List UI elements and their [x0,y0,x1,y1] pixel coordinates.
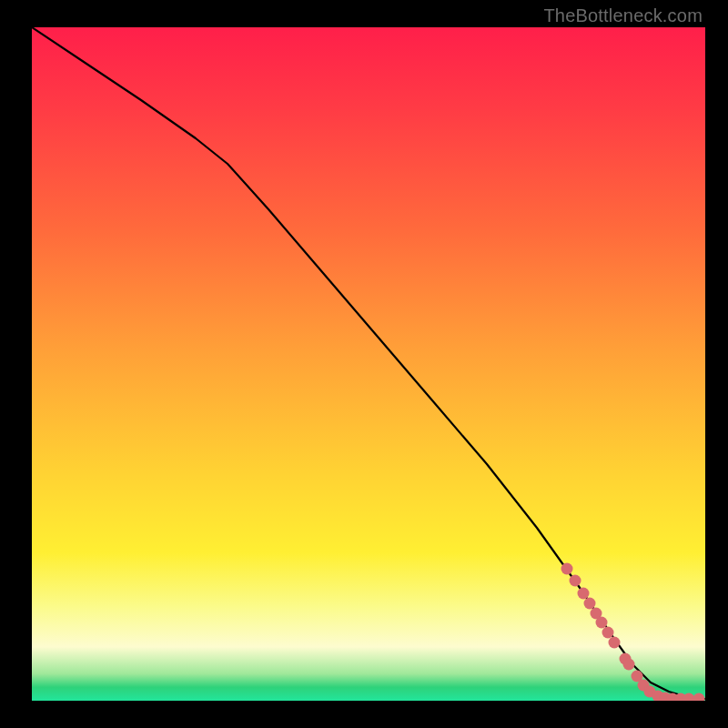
data-point [623,659,635,671]
attribution-text: TheBottleneck.com [543,5,703,26]
data-point [570,575,581,587]
data-point [578,588,590,600]
data-point [693,693,705,702]
data-point [602,627,614,639]
data-point [609,637,621,649]
data-point [584,598,596,610]
data-points-group [561,563,705,702]
chart-stage: TheBottleneck.com [0,0,728,728]
chart-svg [32,27,705,701]
bottleneck-curve [32,27,705,699]
data-point [561,563,573,575]
plot-area [32,27,705,701]
data-point [596,617,608,629]
